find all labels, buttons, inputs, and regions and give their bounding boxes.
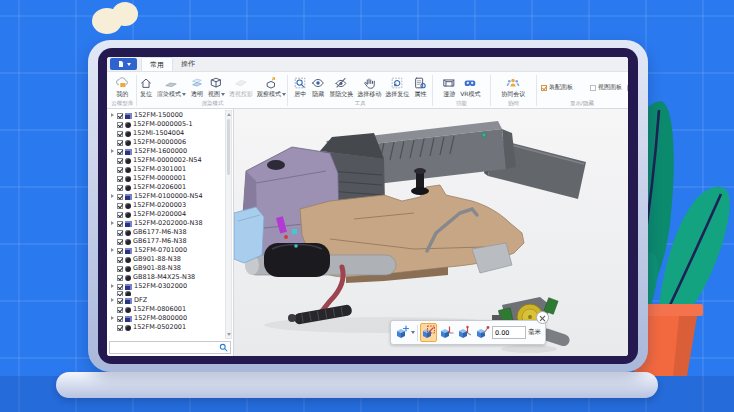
expand-arrow-icon[interactable]: [110, 113, 115, 118]
visibility-checkbox[interactable]: [117, 194, 123, 200]
toggle-visibility-button[interactable]: 显隐交换: [327, 75, 355, 99]
meeting-button[interactable]: 协同会议: [499, 75, 527, 99]
tree-item[interactable]: GB6177-M6-N38: [107, 228, 224, 237]
visibility-checkbox[interactable]: [117, 291, 123, 296]
tree-item[interactable]: 152FM-0206001: [107, 183, 224, 192]
tab-common[interactable]: 常用: [141, 57, 173, 71]
visibility-checkbox[interactable]: [117, 149, 123, 155]
point-align-button[interactable]: [474, 323, 490, 342]
render-mode-button[interactable]: 渲染模式: [155, 75, 188, 99]
visibility-checkbox[interactable]: [117, 176, 123, 182]
dropdown-caret-icon: [282, 93, 286, 96]
hide-button[interactable]: 隐藏: [309, 75, 327, 99]
tree-item[interactable]: 152FM-0302000: [107, 282, 224, 291]
visibility-checkbox[interactable]: [117, 239, 123, 245]
visibility-checkbox[interactable]: [117, 140, 123, 146]
visibility-checkbox[interactable]: [117, 185, 123, 191]
toolbar-close-button[interactable]: [536, 311, 549, 324]
visibility-checkbox[interactable]: [117, 158, 123, 164]
transparent-button[interactable]: 透明: [188, 75, 206, 99]
tree-item[interactable]: GB901-88-N38: [107, 255, 224, 264]
expand-arrow-icon[interactable]: [110, 248, 115, 253]
tree-item[interactable]: 152FM-1600000: [107, 147, 224, 156]
tree-item[interactable]: 152FM-0806001: [107, 305, 224, 314]
tree-item[interactable]: 152FM-0301001: [107, 165, 224, 174]
search-input[interactable]: [112, 344, 219, 352]
tree-item[interactable]: 152FM-0000001: [107, 174, 224, 183]
vr-mode-button[interactable]: VR模式: [458, 75, 482, 99]
roam-button[interactable]: 漫游: [440, 75, 458, 99]
perspective-button[interactable]: 透视投影: [227, 75, 255, 99]
viewport-3d[interactable]: 毫米: [234, 109, 628, 356]
tree-item[interactable]: GB818-M4X25-N38: [107, 273, 224, 282]
my-models-button[interactable]: 我的: [113, 75, 131, 99]
move-tool-button[interactable]: [395, 323, 415, 342]
checkbox-group-panel[interactable]: 组面板: [627, 83, 628, 92]
expand-arrow-icon: [110, 122, 115, 127]
visibility-checkbox[interactable]: [117, 284, 123, 290]
visibility-checkbox[interactable]: [117, 221, 123, 227]
drag-axis-button[interactable]: [439, 323, 455, 342]
tree-item[interactable]: 152FM-150000: [107, 111, 224, 120]
observe-mode-button[interactable]: 观察模式: [255, 75, 288, 99]
expand-arrow-icon[interactable]: [110, 298, 115, 303]
tab-operate[interactable]: 操作: [173, 57, 203, 71]
file-menu-button[interactable]: [110, 58, 137, 70]
visibility-checkbox[interactable]: [117, 113, 123, 119]
visibility-checkbox[interactable]: [117, 298, 123, 304]
reset-view-button[interactable]: 复位: [137, 75, 155, 99]
view-button[interactable]: 视图: [206, 75, 227, 99]
visibility-checkbox[interactable]: [117, 316, 123, 322]
tree-item[interactable]: DFZ: [107, 296, 224, 305]
tree-item[interactable]: 152FM-0100000-N54: [107, 192, 224, 201]
scroll-down-icon[interactable]: [227, 333, 231, 336]
tree-item[interactable]: 152FM-0000006: [107, 138, 224, 147]
visibility-checkbox[interactable]: [117, 266, 123, 272]
visibility-checkbox[interactable]: [117, 257, 123, 263]
tree-item[interactable]: 152FM-0502001: [107, 323, 224, 332]
select-reset-button[interactable]: 选择复位: [383, 75, 411, 99]
visibility-checkbox[interactable]: [117, 212, 123, 218]
tree-item[interactable]: GB901-88-N38: [107, 264, 224, 273]
visibility-checkbox[interactable]: [117, 131, 123, 137]
scrollbar-thumb[interactable]: [227, 119, 230, 175]
search-icon[interactable]: [219, 343, 228, 352]
tree-item[interactable]: 152FM-0800000: [107, 314, 224, 323]
visibility-checkbox[interactable]: [117, 275, 123, 281]
center-button[interactable]: 居中: [291, 75, 309, 99]
expand-arrow-icon[interactable]: [110, 284, 115, 289]
expand-arrow-icon[interactable]: [110, 194, 115, 199]
tree-item[interactable]: 152FM-0202000-N38: [107, 219, 224, 228]
select-move-button[interactable]: 选择移动: [355, 75, 383, 99]
scroll-up-icon[interactable]: [227, 113, 231, 116]
visibility-checkbox[interactable]: [117, 167, 123, 173]
vr-headset-icon: [463, 76, 477, 90]
visibility-checkbox[interactable]: [117, 307, 123, 313]
tree-item[interactable]: 152MI-1504004: [107, 129, 224, 138]
properties-button[interactable]: 属性: [411, 75, 429, 99]
tree-item[interactable]: 152FM-0701000: [107, 246, 224, 255]
tree-item[interactable]: GB6177-M6-N38: [107, 237, 224, 246]
expand-arrow-icon[interactable]: [110, 221, 115, 226]
visibility-checkbox[interactable]: [117, 122, 123, 128]
visibility-checkbox[interactable]: [117, 203, 123, 209]
group-separator: [536, 75, 537, 106]
cloud-decoration: [92, 2, 144, 32]
visibility-checkbox[interactable]: [117, 230, 123, 236]
tree-item[interactable]: 152FM-0000002-N54: [107, 156, 224, 165]
drag-plane-button[interactable]: [420, 323, 437, 342]
part-name: 152FM-0701000: [134, 247, 187, 254]
engine-assembly-model: [234, 109, 628, 356]
tree-scrollbar[interactable]: [225, 110, 232, 339]
expand-arrow-icon[interactable]: [110, 149, 115, 154]
visibility-checkbox[interactable]: [117, 248, 123, 254]
checkbox-assembly-panel[interactable]: 装配面板: [541, 83, 587, 92]
visibility-checkbox[interactable]: [117, 325, 123, 331]
tree-item[interactable]: 152FM-0200004: [107, 210, 224, 219]
rotate-axis-button[interactable]: [457, 323, 473, 342]
tree-item[interactable]: 152FM-0000005-1: [107, 120, 224, 129]
checkbox-view-panel[interactable]: 视图面板: [590, 83, 624, 92]
tree-item[interactable]: 152FM-0200003: [107, 201, 224, 210]
expand-arrow-icon[interactable]: [110, 316, 115, 321]
distance-input[interactable]: [492, 326, 526, 339]
